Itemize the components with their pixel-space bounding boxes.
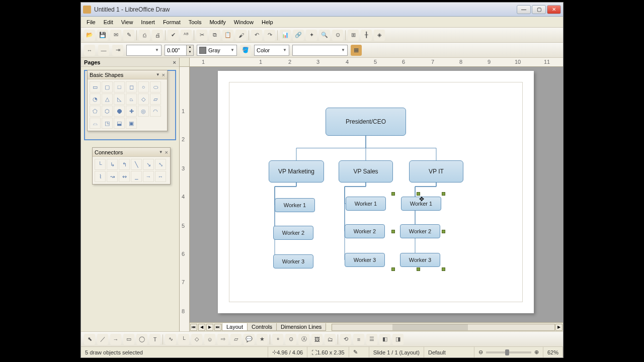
org-node-vpm[interactable]: VP Marketing: [269, 160, 324, 183]
straight-both-icon[interactable]: ⤡: [155, 159, 166, 170]
maximize-button[interactable]: ▢: [532, 5, 546, 14]
circle-icon[interactable]: ○: [138, 81, 149, 93]
zoom-value[interactable]: 62%: [543, 347, 563, 357]
org-node-s3[interactable]: Worker 3: [345, 253, 385, 267]
selection-handle[interactable]: [442, 230, 445, 233]
trapezoid-icon[interactable]: ⏢: [126, 94, 137, 105]
diamond-icon[interactable]: ◇: [138, 94, 149, 105]
close-button[interactable]: ✕: [547, 5, 561, 14]
pie-icon[interactable]: ◔: [90, 94, 101, 105]
org-node-s2[interactable]: Worker 2: [345, 224, 385, 238]
roundrect-icon[interactable]: ▢: [102, 81, 113, 93]
line-connector-icon[interactable]: ⎯: [131, 171, 142, 182]
basic-shape-tool-icon[interactable]: ◇: [191, 334, 202, 345]
selection-handle[interactable]: [417, 267, 420, 271]
selection-handle[interactable]: [391, 267, 395, 271]
cut-icon[interactable]: ✂: [196, 30, 207, 41]
flowchart-icon[interactable]: ▱: [230, 334, 242, 345]
chevron-down-icon[interactable]: ▼: [159, 150, 163, 154]
star-icon[interactable]: ★: [257, 334, 268, 345]
grid-icon[interactable]: ⊞: [348, 30, 359, 41]
org-node-vps[interactable]: VP Sales: [339, 160, 393, 183]
next-page-button[interactable]: ▶: [206, 324, 213, 331]
org-node-ceo[interactable]: President/CEO: [326, 108, 406, 136]
cross-icon[interactable]: ✚: [126, 106, 137, 117]
close-icon[interactable]: ×: [173, 59, 176, 65]
extrusion-icon[interactable]: ◧: [379, 334, 390, 345]
can-icon[interactable]: ⌓: [90, 118, 101, 129]
org-node-m1[interactable]: Worker 1: [275, 198, 315, 212]
shadow-icon[interactable]: ▦: [351, 45, 362, 56]
horizontal-ruler[interactable]: 1 1 2 3 4 5 6 7 8 9 10 11: [190, 58, 563, 67]
basic-shapes-palette[interactable]: Basic Shapes ▼ × ▭ ▢ □ ◻ ○ ⬭ ◔ △ ◺: [87, 70, 168, 131]
page[interactable]: President/CEOVP MarketingVP SalesVP ITWo…: [218, 71, 534, 313]
email-icon[interactable]: ✉: [110, 30, 121, 41]
zoom-in-icon[interactable]: ⊕: [534, 349, 539, 355]
autospell-icon[interactable]: ᴬᴮ: [181, 30, 192, 41]
org-node-i2[interactable]: Worker 2: [400, 224, 440, 238]
copy-icon[interactable]: ⧉: [209, 30, 220, 41]
zoom-icon[interactable]: 🔍: [319, 30, 330, 41]
menu-bar[interactable]: File Edit View Insert Format Tools Modif…: [81, 17, 563, 28]
arrow-style-icon[interactable]: ↔: [84, 45, 95, 56]
prev-page-button[interactable]: ◀: [198, 324, 205, 331]
pages-panel-header[interactable]: Pages ×: [81, 58, 179, 67]
rect-tool-icon[interactable]: ▭: [123, 334, 134, 345]
fill-color-combo[interactable]: ▼: [292, 45, 348, 56]
arrow-tool-icon[interactable]: →: [110, 334, 121, 345]
menu-format[interactable]: Format: [159, 18, 184, 26]
zoom-controls[interactable]: ⊖ ⊕: [474, 347, 543, 357]
line-style-combo[interactable]: ▼: [126, 45, 162, 56]
select-tool-icon[interactable]: ⬉: [84, 334, 95, 345]
edit-icon[interactable]: ✎: [123, 30, 134, 41]
tab-controls[interactable]: Controls: [247, 323, 277, 331]
selection-handle[interactable]: [391, 192, 395, 196]
hyperlink-icon[interactable]: 🔗: [293, 30, 304, 41]
curve-tool-icon[interactable]: ∿: [165, 334, 176, 345]
ellipse-tool-icon[interactable]: ◯: [136, 334, 147, 345]
minimize-button[interactable]: —: [517, 5, 531, 14]
org-node-s1[interactable]: Worker 1: [346, 197, 386, 211]
menu-edit[interactable]: Edit: [100, 18, 117, 26]
line-width-spinner[interactable]: 0.00" ▲▼: [165, 45, 194, 56]
rect-icon[interactable]: ▭: [90, 81, 101, 93]
line-tool-icon[interactable]: ／: [97, 334, 108, 345]
menu-window[interactable]: Window: [230, 18, 257, 26]
line-end-icon[interactable]: ⇥: [112, 45, 123, 56]
selection-handle[interactable]: [442, 267, 445, 271]
undo-icon[interactable]: ↶: [251, 30, 262, 41]
pdf-icon[interactable]: ⎙: [139, 30, 150, 41]
from-file-icon[interactable]: 🖼: [311, 334, 323, 345]
folded-icon[interactable]: ⬓: [114, 118, 125, 129]
gallery-icon[interactable]: 🗂: [325, 334, 336, 345]
menu-modify[interactable]: Modify: [206, 18, 229, 26]
selection-handle[interactable]: [417, 192, 420, 196]
points-icon[interactable]: ⚬: [272, 334, 283, 345]
curved-connector-icon[interactable]: ⌇: [95, 171, 106, 182]
redo-icon[interactable]: ↷: [264, 30, 275, 41]
print-icon[interactable]: 🖨: [152, 30, 163, 41]
callout-icon[interactable]: 💬: [244, 334, 255, 345]
scroll-right-button[interactable]: ▶: [555, 324, 562, 331]
navigator-icon[interactable]: ✦: [306, 30, 317, 41]
close-icon[interactable]: ×: [165, 149, 168, 155]
fill-icon[interactable]: 🪣: [240, 45, 251, 56]
last-page-button[interactable]: ⏭: [214, 324, 221, 331]
connector-tool-icon[interactable]: └: [178, 334, 189, 345]
glue-icon[interactable]: ⊙: [285, 334, 296, 345]
frame-icon[interactable]: ▣: [126, 118, 137, 129]
zoom-slider[interactable]: [486, 351, 531, 353]
straight-arrow-icon[interactable]: ↘: [143, 159, 154, 170]
menu-tools[interactable]: Tools: [185, 18, 205, 26]
line-both-icon[interactable]: ↔: [155, 171, 166, 182]
cube-icon[interactable]: ◳: [102, 118, 113, 129]
snap-icon[interactable]: ◈: [374, 30, 385, 41]
curved-both-icon[interactable]: ↭: [119, 171, 130, 182]
help-icon[interactable]: ⊙: [332, 30, 343, 41]
chevron-down-icon[interactable]: ▼: [156, 72, 160, 77]
org-node-vpit[interactable]: VP IT: [409, 160, 463, 183]
chart-icon[interactable]: 📊: [280, 30, 291, 41]
fontwork-icon[interactable]: Ⓐ: [298, 334, 309, 345]
menu-view[interactable]: View: [118, 18, 137, 26]
arc-icon[interactable]: ◠: [150, 106, 161, 117]
